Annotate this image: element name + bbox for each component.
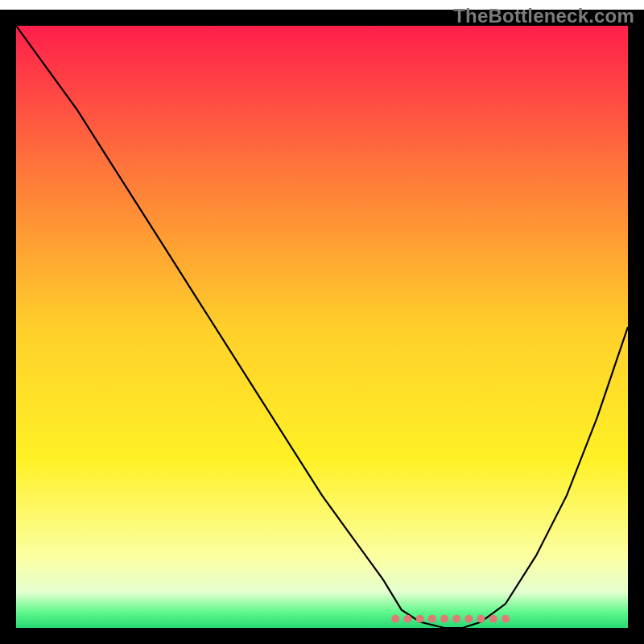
svg-point-1	[391, 615, 399, 623]
svg-point-7	[464, 615, 473, 623]
bottleneck-chart	[0, 0, 644, 644]
svg-point-5	[440, 615, 448, 623]
svg-point-8	[477, 615, 485, 623]
svg-point-6	[452, 615, 460, 623]
svg-point-9	[489, 615, 497, 623]
svg-point-10	[502, 615, 510, 623]
watermark-text: TheBottleneck.com	[453, 5, 634, 27]
svg-point-2	[403, 615, 411, 623]
svg-point-4	[428, 615, 436, 623]
plot-background	[16, 26, 628, 628]
svg-point-3	[416, 615, 424, 623]
